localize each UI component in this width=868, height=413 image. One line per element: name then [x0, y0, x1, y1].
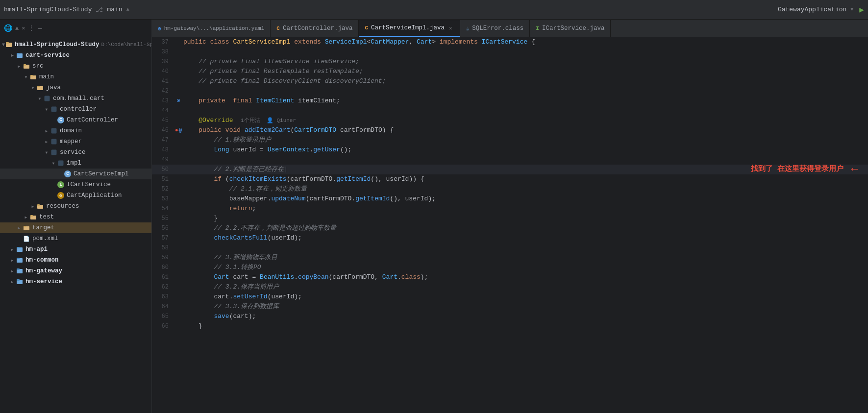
main-label: main — [39, 73, 54, 80]
tab-yaml-icon: ⚙ — [158, 25, 161, 32]
sidebar-item-icart-service[interactable]: I ICartService — [0, 179, 151, 190]
sidebar-item-hm-gateway[interactable]: ▶ hm-gateway — [0, 266, 151, 276]
hm-service-label: hm-service — [25, 278, 62, 285]
up-icon[interactable]: ▲ — [15, 25, 19, 32]
java-label: java — [46, 84, 61, 91]
sidebar-item-hm-api[interactable]: ▶ hm-api — [0, 244, 151, 255]
run-config[interactable]: GatewayApplication — [778, 6, 846, 13]
sidebar-item-cart-service-impl[interactable]: C CartServiceImpl — [0, 169, 151, 179]
tab-icart-service[interactable]: I ICartService.java — [530, 20, 611, 37]
svg-rect-1 — [6, 42, 9, 44]
sidebar-item-controller[interactable]: ▼ controller — [0, 104, 151, 115]
code-editor[interactable]: 37 public class CartServiceImpl extends … — [152, 37, 868, 413]
domain-label: domain — [60, 127, 82, 134]
tab-cart-controller-icon: C — [276, 25, 280, 32]
sidebar-item-cart-controller[interactable]: C CartController — [0, 115, 151, 125]
target-label: target — [32, 224, 54, 231]
sidebar-item-cart-service[interactable]: ▶ cart-service — [0, 50, 151, 61]
hm-common-label: hm-common — [25, 257, 59, 264]
sidebar-item-resources[interactable]: ▶ resources — [0, 201, 151, 212]
sidebar-root[interactable]: ▼ hmall-SpringCloud-Study D:\Code\hmall-… — [0, 39, 151, 50]
svg-rect-10 — [45, 96, 50, 101]
close-sidebar-icon[interactable]: ✕ — [22, 24, 25, 32]
com-hmall-cart-label: com.hmall.cart — [53, 95, 104, 102]
controller-label: controller — [60, 106, 97, 113]
code-line-46: 46 ●@ public void addItem2Cart(CartFormD… — [152, 125, 868, 135]
icart-service-label: ICartService — [67, 181, 111, 188]
globe-icon[interactable]: 🌐 — [4, 24, 12, 32]
sidebar-item-main[interactable]: ▼ main — [0, 72, 151, 82]
hm-gateway-label: hm-gateway — [25, 267, 62, 274]
code-line-64: 64 // 3.3.保存到数据库 — [152, 302, 868, 312]
sidebar-item-com-hmall-cart[interactable]: ▼ com.hmall.cart — [0, 93, 151, 104]
svg-rect-13 — [51, 139, 56, 144]
svg-rect-19 — [30, 215, 33, 217]
sidebar-toolbar: 🌐 ▲ ✕ ⋮ — — [0, 20, 151, 37]
resources-label: resources — [46, 203, 79, 210]
sidebar-item-hm-common[interactable]: ▶ hm-common — [0, 255, 151, 266]
top-bar: hmall-SpringCloud-Study ⎇ main ▲ Gateway… — [0, 0, 868, 20]
test-label: test — [39, 214, 54, 220]
sidebar-tree: ▼ hmall-SpringCloud-Study D:\Code\hmall-… — [0, 37, 151, 413]
code-line-53: 53 baseMapper.updateNum(cartFormDTO.getI… — [152, 194, 868, 204]
annotation-text: 找到了 在这里获得登录用户 — [751, 165, 843, 174]
service-label: service — [60, 149, 86, 156]
main-content: 🌐 ▲ ✕ ⋮ — ▼ hmall-SpringCloud-Study D:\C… — [0, 20, 868, 413]
top-bar-left: hmall-SpringCloud-Study ⎇ main ▲ — [4, 6, 778, 14]
svg-rect-25 — [17, 258, 20, 259]
code-line-42: 42 — [152, 86, 868, 96]
code-line-41: 41 // private final DiscoveryClient disc… — [152, 76, 868, 86]
project-name[interactable]: hmall-SpringCloud-Study — [4, 6, 92, 13]
tab-sql-error-label: SQLError.class — [472, 25, 523, 32]
code-line-44: 44 — [152, 106, 868, 116]
more-icon[interactable]: ⋮ — [28, 24, 35, 32]
red-arrow-icon: ← — [851, 165, 858, 174]
code-line-54: 54 return; — [152, 204, 868, 214]
cart-service-label: cart-service — [25, 52, 70, 59]
sidebar-item-mapper[interactable]: ▶ mapper — [0, 136, 151, 147]
code-line-66: 66 } — [152, 321, 868, 331]
sidebar-item-target[interactable]: ▶ target — [0, 222, 151, 233]
svg-rect-17 — [37, 204, 40, 206]
code-line-65: 65 save(cart); — [152, 312, 868, 321]
sidebar-item-cart-application[interactable]: ⚙ CartApplication — [0, 190, 151, 201]
sidebar-item-hm-service[interactable]: ▶ hm-service — [0, 276, 151, 287]
tab-icart-service-label: ICartService.java — [542, 25, 605, 32]
code-line-39: 39 // private final IItemService itemSer… — [152, 57, 868, 67]
tab-application-yaml[interactable]: ⚙ hm-gateway\...\application.yaml — [152, 20, 271, 37]
svg-rect-5 — [24, 64, 26, 66]
tab-cart-service-impl-label: CartServiceImpl.java — [371, 24, 445, 31]
top-bar-right: GatewayApplication ▼ ▶ — [778, 5, 864, 15]
sidebar-item-service[interactable]: ▼ service — [0, 147, 151, 158]
sidebar-item-java[interactable]: ▼ java — [0, 82, 151, 93]
code-line-48: 48 Long userId = UserContext.getUser(); — [152, 145, 868, 155]
sidebar-item-impl[interactable]: ▼ impl — [0, 158, 151, 169]
svg-rect-14 — [51, 150, 56, 155]
sidebar-item-test[interactable]: ▶ test — [0, 212, 151, 222]
tab-sql-error[interactable]: ☕ SQLError.class — [460, 20, 530, 37]
code-line-47: 47 // 1.获取登录用户 — [152, 135, 868, 145]
run-config-dropdown-icon[interactable]: ▼ — [850, 7, 853, 12]
tab-cart-controller[interactable]: C CartController.java — [271, 20, 359, 37]
branch-icon: ⎇ — [96, 6, 103, 14]
cart-service-impl-label: CartServiceImpl — [74, 170, 129, 177]
tab-cart-controller-label: CartController.java — [283, 25, 353, 32]
minimize-icon[interactable]: — — [38, 24, 42, 32]
sidebar-item-src[interactable]: ▶ src — [0, 61, 151, 72]
run-button[interactable]: ▶ — [859, 5, 864, 15]
tab-cart-service-impl-close[interactable]: ✕ — [447, 24, 454, 32]
sidebar-item-pom-xml[interactable]: 📄 pom.xml — [0, 233, 151, 244]
pom-xml-label: pom.xml — [32, 235, 58, 242]
svg-rect-29 — [17, 279, 20, 281]
tab-bar: ⚙ hm-gateway\...\application.yaml C Cart… — [152, 20, 868, 37]
mapper-label: mapper — [60, 138, 82, 145]
cart-application-label: CartApplication — [67, 192, 122, 199]
branch-name[interactable]: main — [107, 6, 122, 13]
sidebar-item-domain[interactable]: ▶ domain — [0, 125, 151, 136]
code-line-45: 45 @Override 1个用法 👤 Qiuner — [152, 116, 868, 125]
svg-rect-9 — [37, 86, 40, 87]
svg-rect-7 — [30, 75, 33, 76]
sidebar-root-path: D:\Code\hmall-SpringCloud-Study — [101, 42, 151, 48]
tab-cart-service-impl[interactable]: C CartServiceImpl.java ✕ — [359, 20, 460, 37]
code-line-50: 50 // 2.判断是否已经存在| 找到了 在这里获得登录用户 ← — [152, 165, 868, 174]
